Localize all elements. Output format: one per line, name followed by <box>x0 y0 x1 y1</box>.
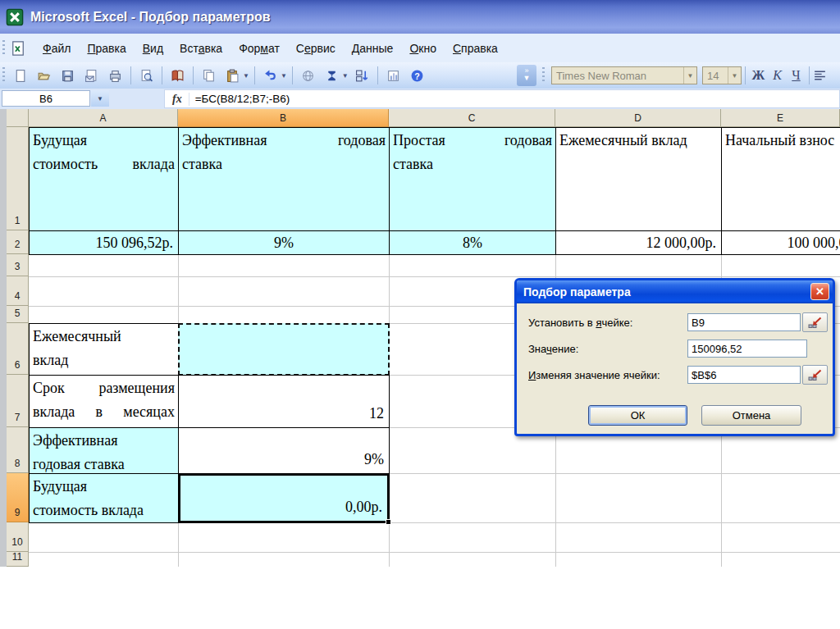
value-input[interactable] <box>687 340 807 358</box>
formula-text[interactable]: =БС(B8/12;B7;-B6) <box>195 93 290 105</box>
new-document-button[interactable] <box>10 66 30 86</box>
cell-B8[interactable]: 9% <box>178 427 390 474</box>
row-header-5[interactable]: 5 <box>7 306 29 323</box>
paste-dropdown-icon[interactable]: ▼ <box>243 72 249 80</box>
column-header-A[interactable]: A <box>29 109 178 127</box>
sort-ascending-button[interactable] <box>352 66 372 86</box>
print-button[interactable] <box>105 66 126 86</box>
row-header-6[interactable]: 6 <box>7 323 29 375</box>
column-header-D[interactable]: D <box>555 109 721 127</box>
select-all-corner[interactable] <box>7 109 29 127</box>
column-header-E[interactable]: E <box>721 109 840 127</box>
cell-A9[interactable]: Будущая стоимость вклада <box>29 473 179 523</box>
row-header-8[interactable]: 8 <box>7 427 29 473</box>
bold-button[interactable]: Ж <box>749 66 768 85</box>
menu-item-6[interactable]: Данные <box>344 39 402 58</box>
excel-app-icon <box>6 8 24 26</box>
formatting-toolbar-grip[interactable] <box>542 67 545 84</box>
changing-cell-range-select-button[interactable] <box>802 365 828 385</box>
open-button[interactable] <box>34 66 54 86</box>
menu-item-3[interactable]: Вставка <box>171 39 231 58</box>
cell-B7[interactable]: 12 <box>178 375 390 428</box>
ok-button[interactable]: ОК <box>588 405 687 426</box>
name-box[interactable]: B6 <box>2 90 90 107</box>
toolbar-options-button[interactable]: »▼ <box>517 65 536 86</box>
formula-input-area[interactable]: fx =БС(B8/12;B7;-B6) <box>164 89 840 108</box>
cancel-button[interactable]: Отмена <box>701 405 801 426</box>
cell-A6[interactable]: Ежемесячный вклад <box>29 323 179 376</box>
cell-B2[interactable]: 9% <box>178 230 390 255</box>
email-button[interactable] <box>81 66 102 86</box>
menu-item-0[interactable]: Файл <box>34 39 79 58</box>
cell-A8[interactable]: Эффективная годовая ставка <box>29 427 179 474</box>
cell-E2[interactable]: 100 000,00р. <box>721 230 840 255</box>
toolbar-separator <box>193 66 194 84</box>
copy-button[interactable] <box>199 66 219 86</box>
save-button[interactable] <box>57 66 78 86</box>
formula-bar: B6 ▼ fx =БС(B8/12;B7;-B6) <box>0 89 840 109</box>
paste-button[interactable] <box>222 66 243 86</box>
dialog-title-bar[interactable]: Подбор параметра ✕ <box>517 280 833 303</box>
row-header-2[interactable]: 2 <box>7 230 29 254</box>
changing-cell-input[interactable] <box>687 366 801 384</box>
font-name-combo[interactable]: Times New Roman ▼ <box>551 66 697 84</box>
row-header-9[interactable]: 9 <box>7 473 29 522</box>
row-header-7[interactable]: 7 <box>7 375 29 427</box>
toolbar-grip[interactable] <box>2 67 5 84</box>
cell-B1[interactable]: Эффективная годовая ставка <box>178 127 390 231</box>
set-cell-label: Установить в ячейке: <box>528 317 632 329</box>
menubar-grip[interactable] <box>2 40 5 57</box>
cell-A1[interactable]: Будущая стоимость вклада <box>29 127 179 231</box>
undo-dropdown-icon[interactable]: ▼ <box>281 72 287 80</box>
font-name-dropdown-icon[interactable]: ▼ <box>683 67 696 84</box>
toolbar-separator <box>377 66 378 84</box>
set-cell-input[interactable] <box>687 313 801 331</box>
cell-C1[interactable]: Простая годовая ставка <box>389 127 556 231</box>
cell-D2[interactable]: 12 000,00р. <box>555 230 722 255</box>
undo-button[interactable] <box>260 66 281 86</box>
help-button[interactable]: ? <box>407 66 427 86</box>
excel-window: Microsoft Excel - Подбор параметров Файл… <box>0 0 840 629</box>
row-header-3[interactable]: 3 <box>7 254 29 276</box>
cell-C2[interactable]: 8% <box>389 230 556 255</box>
cell-A2[interactable]: 150 096,52р. <box>29 230 179 255</box>
cell-B9[interactable]: 0,00р. <box>178 473 390 523</box>
row-header-4[interactable]: 4 <box>7 276 29 306</box>
underline-button[interactable]: Ч <box>787 66 806 85</box>
column-header-C[interactable]: C <box>389 109 555 127</box>
italic-button[interactable]: К <box>768 66 787 85</box>
column-header-B[interactable]: B <box>178 109 389 127</box>
row-header-10[interactable]: 10 <box>7 522 29 552</box>
insert-function-icon[interactable]: fx <box>165 93 189 106</box>
row-header-11[interactable]: 11 <box>7 552 29 567</box>
font-size-dropdown-icon[interactable]: ▼ <box>728 67 741 84</box>
autosum-button[interactable] <box>322 66 342 86</box>
font-size-combo[interactable]: 14 ▼ <box>702 66 742 84</box>
menu-item-1[interactable]: Правка <box>79 39 134 58</box>
menu-item-5[interactable]: Сервис <box>288 39 344 58</box>
cell-D1[interactable]: Ежемесячный вклад <box>555 127 722 231</box>
cell-B6[interactable] <box>178 323 390 376</box>
standard-toolbar-icons: ▼▼▼? <box>8 66 429 86</box>
menu-item-8[interactable]: Справка <box>445 39 506 58</box>
menu-item-4[interactable]: Формат <box>231 39 288 58</box>
autosum-dropdown-icon[interactable]: ▼ <box>342 72 349 80</box>
title-bar: Microsoft Excel - Подбор параметров <box>0 0 840 34</box>
print-preview-button[interactable] <box>136 66 157 86</box>
menu-item-7[interactable]: Окно <box>401 39 445 58</box>
research-button[interactable] <box>167 66 188 86</box>
selection-fill-handle[interactable] <box>386 519 391 525</box>
name-box-dropdown-icon[interactable]: ▼ <box>91 90 109 107</box>
changing-cell-label: Изменяя значение ячейки: <box>528 369 660 381</box>
row-header-1[interactable]: 1 <box>7 127 29 230</box>
set-cell-range-select-button[interactable] <box>802 312 828 332</box>
align-left-icon[interactable] <box>813 69 827 83</box>
hyperlink-button[interactable] <box>298 66 318 86</box>
svg-text:?: ? <box>414 71 419 80</box>
workbook-icon <box>10 40 26 57</box>
cell-A7[interactable]: Срок размещения вклада в месяцах <box>29 375 179 428</box>
cell-E1[interactable]: Начальный взнос <box>721 127 840 231</box>
dialog-close-button[interactable]: ✕ <box>810 283 829 300</box>
chart-wizard-button[interactable] <box>383 66 404 86</box>
menu-item-2[interactable]: Вид <box>135 39 171 58</box>
